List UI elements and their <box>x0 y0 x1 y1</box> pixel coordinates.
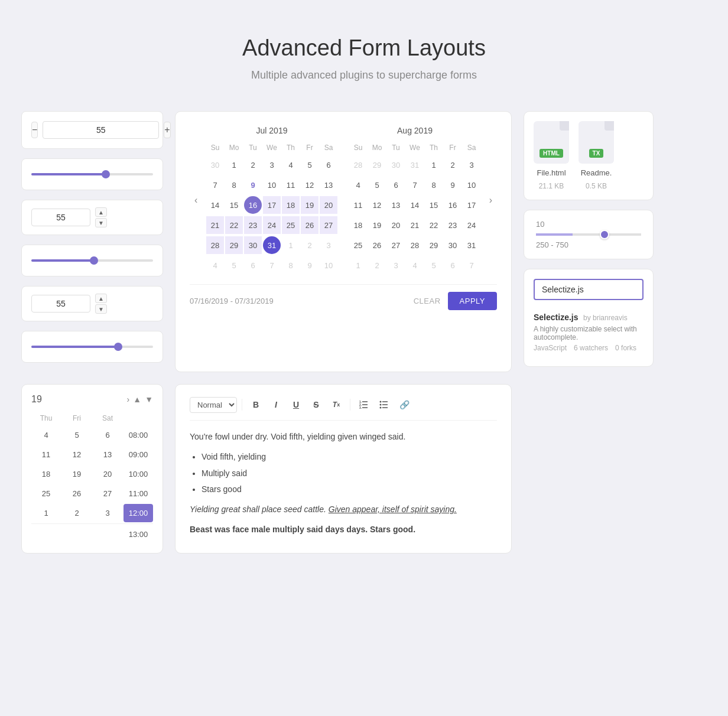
cal-day[interactable]: 2 <box>368 256 386 274</box>
cal-day[interactable]: 30 <box>206 156 224 174</box>
cal-day[interactable]: 22 <box>225 216 243 234</box>
up-arrow-2[interactable]: ▲ <box>95 207 107 217</box>
cal-day[interactable]: 6 <box>444 256 462 274</box>
cal-day[interactable]: 29 <box>368 156 386 174</box>
cal-day[interactable]: 2 <box>244 156 262 174</box>
strikethrough-button[interactable]: S <box>307 396 325 413</box>
cal-day[interactable]: 3 <box>263 156 281 174</box>
editor-content[interactable]: You're fowl under dry. Void fifth, yield… <box>190 430 497 537</box>
time-cell[interactable]: 1 <box>31 504 61 522</box>
cal-apply-button[interactable]: APPLY <box>448 292 497 310</box>
cal-day[interactable]: 7 <box>463 256 480 274</box>
cal-day[interactable]: 6 <box>320 156 337 174</box>
cal-day[interactable]: 25 <box>282 216 300 234</box>
slider-track-3[interactable] <box>31 346 153 348</box>
number-field-3[interactable] <box>31 295 90 313</box>
cal-day[interactable]: 15 <box>425 196 443 214</box>
underline-button[interactable]: U <box>287 396 305 413</box>
cal-day[interactable]: 7 <box>263 256 281 274</box>
slider-thumb-1[interactable] <box>102 170 110 178</box>
bold-button[interactable]: B <box>247 396 265 413</box>
cal-day[interactable]: 7 <box>206 176 224 194</box>
cal-day[interactable]: 28 <box>349 156 367 174</box>
cal-next-button[interactable]: › <box>485 193 497 208</box>
cal-day[interactable]: 17 <box>463 196 480 214</box>
slider-thumb-3[interactable] <box>114 343 122 351</box>
cal-day[interactable]: 15 <box>225 196 243 214</box>
cal-day[interactable]: 3 <box>463 156 480 174</box>
number-field-2[interactable] <box>31 209 90 226</box>
cal-day[interactable]: 18 <box>282 196 300 214</box>
time-cell[interactable]: 26 <box>62 484 92 503</box>
cal-day[interactable]: 29 <box>425 236 443 254</box>
cal-day[interactable]: 29 <box>225 236 243 254</box>
cal-day[interactable]: 20 <box>387 216 405 234</box>
range-track[interactable] <box>536 233 641 236</box>
down-arrow-3[interactable]: ▼ <box>95 304 107 314</box>
minus-button-1[interactable]: − <box>31 122 38 138</box>
cal-day[interactable]: 9 <box>244 176 262 194</box>
cal-day-selected-end[interactable]: 31 <box>263 236 281 254</box>
time-cell[interactable]: 2 <box>62 504 92 522</box>
cal-day[interactable]: 16 <box>444 196 462 214</box>
cal-day[interactable]: 4 <box>406 256 424 274</box>
cal-day[interactable]: 19 <box>301 196 318 214</box>
cal-day[interactable]: 17 <box>263 196 281 214</box>
time-cell[interactable]: 13 <box>93 445 122 464</box>
slider-track-2[interactable] <box>31 259 153 262</box>
cal-day[interactable]: 5 <box>425 256 443 274</box>
cal-day[interactable]: 5 <box>368 176 386 194</box>
time-cell[interactable]: 3 <box>93 504 122 522</box>
cal-day[interactable]: 31 <box>463 236 480 254</box>
time-cell[interactable]: 4 <box>31 426 61 444</box>
cal-day[interactable]: 10 <box>263 176 281 194</box>
cal-clear-button[interactable]: CLEAR <box>414 297 441 305</box>
cal-day[interactable]: 9 <box>301 256 318 274</box>
time-cell[interactable]: 6 <box>93 426 122 444</box>
cal-day[interactable]: 5 <box>301 156 318 174</box>
cal-day[interactable]: 2 <box>444 156 462 174</box>
link-button[interactable]: 🔗 <box>395 396 413 413</box>
cal-day[interactable]: 8 <box>282 256 300 274</box>
cal-day[interactable]: 24 <box>263 216 281 234</box>
cal-day[interactable]: 21 <box>406 216 424 234</box>
clear-format-button[interactable]: Tx <box>327 396 345 413</box>
cal-day[interactable]: 26 <box>368 236 386 254</box>
number-field-1[interactable] <box>43 121 159 139</box>
cal-day[interactable]: 11 <box>282 176 300 194</box>
time-cell-selected[interactable]: 12:00 <box>124 504 153 522</box>
time-cell[interactable]: 12 <box>62 445 92 464</box>
cal-day[interactable]: 30 <box>444 236 462 254</box>
cal-day[interactable]: 21 <box>206 216 224 234</box>
plus-button-1[interactable]: + <box>164 122 170 138</box>
cal-day[interactable]: 1 <box>282 236 300 254</box>
up-arrow-3[interactable]: ▲ <box>95 294 107 303</box>
time-cell[interactable]: 18 <box>31 465 61 483</box>
cal-day[interactable]: 23 <box>244 216 262 234</box>
time-cell[interactable]: 5 <box>62 426 92 444</box>
cal-day[interactable]: 13 <box>320 176 337 194</box>
cal-day[interactable]: 6 <box>244 256 262 274</box>
cal-day[interactable]: 5 <box>225 256 243 274</box>
cal-day[interactable]: 28 <box>206 236 224 254</box>
cal-day[interactable]: 30 <box>244 236 262 254</box>
cal-day[interactable]: 23 <box>444 216 462 234</box>
cal-day[interactable]: 10 <box>463 176 480 194</box>
time-nav-right[interactable]: › <box>127 395 130 404</box>
cal-day[interactable]: 14 <box>206 196 224 214</box>
cal-day[interactable]: 27 <box>320 216 337 234</box>
italic-button[interactable]: I <box>267 396 285 413</box>
cal-day[interactable]: 18 <box>349 216 367 234</box>
time-cell[interactable]: 11 <box>31 445 61 464</box>
file-icon-2[interactable]: TX <box>578 121 614 164</box>
cal-day[interactable]: 26 <box>301 216 318 234</box>
cal-day[interactable]: 12 <box>368 196 386 214</box>
cal-day[interactable]: 6 <box>387 176 405 194</box>
file-icon-1[interactable]: HTML <box>534 121 569 164</box>
cal-day[interactable]: 19 <box>368 216 386 234</box>
format-select[interactable]: Normal <box>190 397 237 413</box>
ordered-list-button[interactable]: 1.2.3. <box>355 396 373 413</box>
time-cell[interactable]: 19 <box>62 465 92 483</box>
cal-day[interactable]: 30 <box>387 156 405 174</box>
unordered-list-button[interactable] <box>375 396 393 413</box>
